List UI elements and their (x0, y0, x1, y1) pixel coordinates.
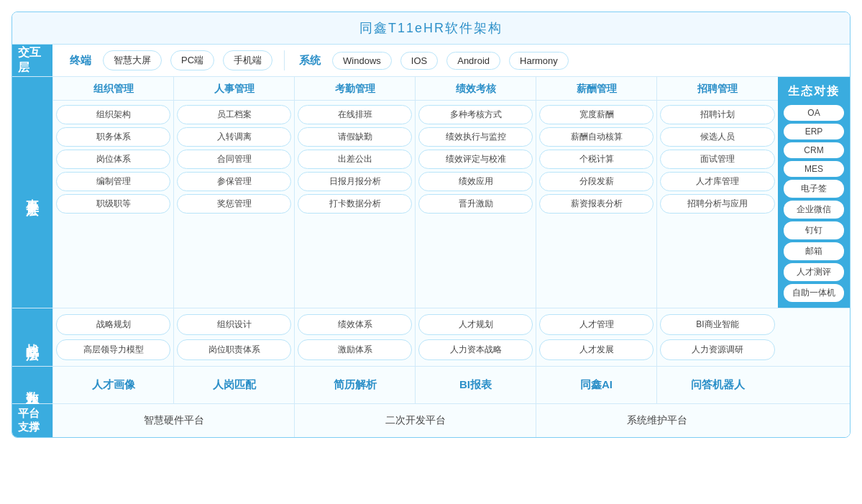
strategy-col-0: 战略规划高层领导力模型 (53, 308, 174, 366)
module-header-0: 组织管理 (53, 77, 173, 101)
module-item-5-1: 候选人员 (660, 127, 775, 147)
ecology-items: OAERPCRMMES电子签企业微信钉钉邮箱人才测评自助一体机 (778, 105, 850, 308)
system-item-1: IOS (400, 52, 438, 70)
ecology-item-4: 电子签 (784, 180, 844, 198)
ecology-title: 生态对接 (788, 77, 840, 105)
interaction-label: 交互层 (12, 45, 52, 76)
ecology-item-0: OA (784, 105, 844, 121)
strategy-item-5-1: 人力资源调研 (660, 339, 775, 360)
module-item-5-3: 人才库管理 (660, 172, 775, 191)
platform-row: 平台支撑 智慧硬件平台二次开发平台系统维护平台 (12, 404, 850, 437)
module-items-3: 多种考核方式绩效执行与监控绩效评定与校准绩效应用晋升激励 (416, 101, 536, 308)
platform-item-0: 智慧硬件平台 (144, 414, 204, 427)
module-items-5: 招聘计划候选人员面试管理人才库管理招聘分析与应用 (657, 101, 778, 308)
ecology-item-5: 企业微信 (784, 201, 844, 219)
module-item-2-1: 请假缺勤 (298, 127, 412, 147)
ecology-item-7: 邮箱 (784, 242, 844, 260)
platform-col-1: 二次开发平台 (295, 404, 536, 437)
digital-col-1: 人岗匹配 (174, 367, 295, 403)
digital-row: 数字化 人才画像人岗匹配简历解析BI报表同鑫AI问答机器人 (12, 367, 850, 404)
digital-spacer (778, 367, 850, 403)
module-item-4-1: 薪酬自动核算 (539, 127, 654, 147)
module-items-4: 宽度薪酬薪酬自动核算个税计算分段发薪薪资报表分析 (536, 101, 656, 308)
strategy-item-3-0: 人才规划 (418, 314, 533, 335)
platform-col-0: 智慧硬件平台 (53, 404, 295, 437)
system-item-0: Windows (332, 52, 392, 70)
module-item-2-4: 打卡数据分析 (298, 194, 412, 214)
strategy-item-1-0: 组织设计 (177, 314, 291, 335)
module-item-4-0: 宽度薪酬 (539, 105, 654, 124)
module-item-1-1: 入转调离 (177, 127, 291, 147)
digital-col-4: 同鑫AI (536, 367, 657, 403)
module-header-5: 招聘管理 (657, 77, 778, 101)
digital-col-3: BI报表 (416, 367, 536, 403)
module-item-3-1: 绩效执行与监控 (418, 127, 533, 147)
module-item-1-4: 奖惩管理 (177, 194, 291, 214)
module-item-0-1: 职务体系 (56, 127, 170, 147)
strategy-col-4: 人才管理人才发展 (536, 308, 657, 366)
module-item-4-3: 分段发薪 (539, 172, 654, 191)
strategy-item-2-0: 绩效体系 (298, 314, 412, 335)
ecology-item-3: MES (784, 161, 844, 177)
module-item-0-3: 编制管理 (56, 172, 170, 191)
ecology-item-9: 自助一体机 (784, 284, 844, 302)
module-item-3-0: 多种考核方式 (418, 105, 533, 124)
digital-item-5: 问答机器人 (691, 378, 745, 392)
title-text: 同鑫T11eHR软件架构 (359, 21, 503, 35)
strategy-item-3-1: 人力资本战略 (418, 339, 533, 360)
module-header-4: 薪酬管理 (536, 77, 656, 101)
platform-item-1: 二次开发平台 (385, 414, 446, 427)
module-item-3-2: 绩效评定与校准 (418, 150, 533, 169)
digital-label: 数字化 (12, 367, 52, 403)
digital-col-2: 简历解析 (295, 367, 416, 403)
module-item-3-4: 晋升激励 (418, 194, 533, 214)
interaction-row: 交互层 终端 智慧大屏 PC端 手机端 系统 Windows IOS Andro… (12, 45, 850, 77)
ecology-item-1: ERP (784, 124, 844, 139)
ecology-panel: 生态对接 OAERPCRMMES电子签企业微信钉钉邮箱人才测评自助一体机 (778, 77, 850, 308)
module-items-0: 组织架构职务体系岗位体系编制管理职级职等 (53, 101, 173, 308)
strategy-item-1-1: 岗位职责体系 (177, 339, 291, 360)
system-item-2: Android (446, 52, 500, 70)
digital-content: 人才画像人岗匹配简历解析BI报表同鑫AI问答机器人 (52, 367, 778, 403)
module-header-2: 考勤管理 (295, 77, 415, 101)
strategy-item-2-1: 激励体系 (298, 339, 412, 360)
affairs-module-4: 薪酬管理宽度薪酬薪酬自动核算个税计算分段发薪薪资报表分析 (536, 77, 657, 308)
platform-item-2: 系统维护平台 (627, 414, 687, 427)
module-item-4-4: 薪资报表分析 (539, 194, 654, 214)
module-header-1: 人事管理 (174, 77, 294, 101)
module-item-1-3: 参保管理 (177, 172, 291, 191)
ecology-item-2: CRM (784, 142, 844, 158)
module-header-3: 绩效考核 (416, 77, 536, 101)
terminal-item-0: 智慧大屏 (103, 50, 162, 70)
module-item-0-4: 职级职等 (56, 194, 170, 214)
platform-label: 平台支撑 (12, 404, 52, 437)
ecology-item-6: 钉钉 (784, 221, 844, 239)
separator (284, 50, 285, 70)
strategy-col-2: 绩效体系激励体系 (295, 308, 416, 366)
module-item-4-2: 个税计算 (539, 150, 654, 169)
digital-col-5: 问答机器人 (657, 367, 778, 403)
ecology-item-8: 人才测评 (784, 263, 844, 281)
digital-item-3: BI报表 (459, 378, 492, 392)
platform-spacer (778, 404, 850, 437)
title-bar: 同鑫T11eHR软件架构 (12, 12, 850, 45)
strategy-item-4-1: 人才发展 (539, 339, 654, 360)
module-item-2-2: 出差公出 (298, 150, 412, 169)
platform-col-2: 系统维护平台 (536, 404, 778, 437)
module-item-1-2: 合同管理 (177, 150, 291, 169)
module-items-1: 员工档案入转调离合同管理参保管理奖惩管理 (174, 101, 294, 308)
module-item-2-3: 日报月报分析 (298, 172, 412, 191)
module-items-2: 在线排班请假缺勤出差公出日报月报分析打卡数据分析 (295, 101, 415, 308)
main-container: 同鑫T11eHR软件架构 交互层 终端 智慧大屏 PC端 手机端 系统 Wind… (12, 12, 850, 438)
module-item-2-0: 在线排班 (298, 105, 412, 124)
digital-item-1: 人岗匹配 (213, 378, 256, 392)
affairs-module-3: 绩效考核多种考核方式绩效执行与监控绩效评定与校准绩效应用晋升激励 (416, 77, 536, 308)
affairs-module-1: 人事管理员工档案入转调离合同管理参保管理奖惩管理 (174, 77, 295, 308)
interaction-content: 终端 智慧大屏 PC端 手机端 系统 Windows IOS Android H… (52, 45, 850, 76)
digital-item-4: 同鑫AI (580, 378, 613, 392)
module-item-3-3: 绩效应用 (418, 172, 533, 191)
affairs-content: 组织管理组织架构职务体系岗位体系编制管理职级职等人事管理员工档案入转调离合同管理… (52, 77, 778, 308)
digital-item-0: 人才画像 (92, 378, 135, 392)
strategy-content: 战略规划高层领导力模型组织设计岗位职责体系绩效体系激励体系人才规划人力资本战略人… (52, 308, 778, 366)
strategy-item-0-0: 战略规划 (56, 314, 170, 335)
